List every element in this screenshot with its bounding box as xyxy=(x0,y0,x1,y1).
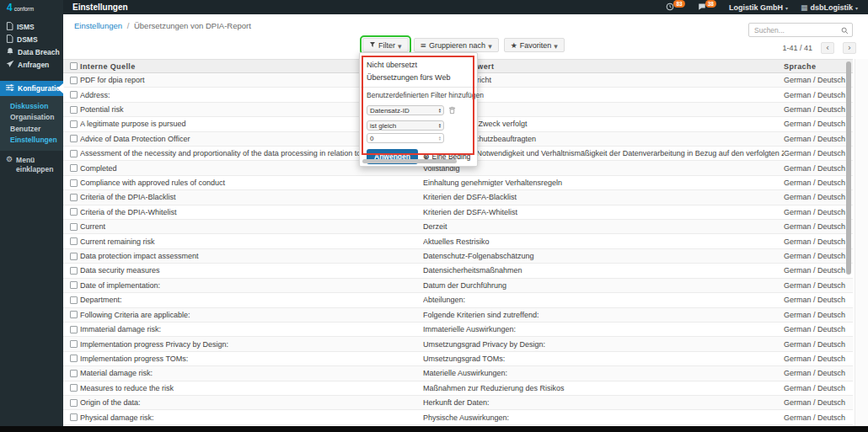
filter-button-label: Filter xyxy=(378,41,395,50)
row-checkbox[interactable] xyxy=(70,370,78,377)
vertical-scrollbar[interactable] xyxy=(846,61,851,275)
filter-dropdown: Nicht übersetzt Übersetzungen fürs Web B… xyxy=(359,52,478,167)
row-checkbox[interactable] xyxy=(70,135,78,142)
notification-badge: 83 xyxy=(673,0,684,8)
sidebar-item-dsms[interactable]: DSMS xyxy=(0,33,63,45)
logo-text: conform xyxy=(14,6,34,12)
row-checkbox[interactable] xyxy=(70,384,78,392)
building-icon: ▦ xyxy=(801,3,808,12)
row-checkbox[interactable] xyxy=(70,413,78,421)
table-row[interactable]: Date of implementation: Datum der Durchf… xyxy=(63,279,853,293)
filter-value: 0 xyxy=(370,135,373,142)
row-checkbox[interactable] xyxy=(70,179,78,187)
next-page-button[interactable]: › xyxy=(843,42,856,54)
table-row[interactable]: Data protection impact assessment Datens… xyxy=(63,249,853,264)
row-checkbox[interactable] xyxy=(70,355,78,362)
table-row[interactable]: Criteria of the DPIA-Blacklist Kriterien… xyxy=(63,190,853,205)
filter-field-value: Datensatz-ID xyxy=(370,107,410,115)
table-row[interactable]: Current remaining risk Aktuelles Restris… xyxy=(63,234,853,248)
table-row[interactable]: Measures to reduce the risk Maßnahmen zu… xyxy=(63,381,853,396)
row-checkbox[interactable] xyxy=(70,208,78,216)
row-checkbox[interactable] xyxy=(70,120,78,128)
cell-translation: Datum der Durchführung xyxy=(423,281,784,290)
custom-filter-section-title: Benutzerdefinierten Filter hinzufügen xyxy=(367,91,470,99)
cell-translation: Einhaltung genehmigter Verhaltensregeln xyxy=(423,179,784,187)
table-row[interactable]: Following Criteria are applicable: Folge… xyxy=(63,308,853,323)
company-menu[interactable]: Logistik GmbH ▾ xyxy=(729,3,788,12)
menu-item-nicht-uebersetzt[interactable]: Nicht übersetzt xyxy=(367,58,470,71)
search-input[interactable] xyxy=(753,25,841,35)
row-checkbox[interactable] xyxy=(70,77,78,84)
menu-divider xyxy=(360,87,477,88)
row-checkbox[interactable] xyxy=(70,91,78,99)
table-row[interactable]: Current Derzeit German / Deutsch xyxy=(63,220,853,234)
filter-operator-value: ist gleich xyxy=(370,122,396,130)
sidebar-item-einstellungen[interactable]: Einstellungen xyxy=(0,135,63,147)
table-row[interactable]: Implementation progress TOMs: Umsetzungs… xyxy=(63,352,853,366)
row-checkbox[interactable] xyxy=(70,164,78,172)
row-checkbox[interactable] xyxy=(70,194,78,201)
select-stepper-icon: ▴▾ xyxy=(439,108,441,113)
breadcrumb-current: Übersetzungen von DPIA-Report xyxy=(134,21,251,30)
sidebar-item-konfiguration[interactable]: Konfiguration xyxy=(0,81,63,96)
cell-translation: Herkunft der Daten: xyxy=(423,398,784,407)
table-row[interactable]: Immaterial damage risk: Immaterielle Aus… xyxy=(63,323,853,337)
table-row[interactable]: Physical damage risk: Physische Auswirku… xyxy=(63,410,853,424)
dropdown-horizontal-scrollbar[interactable] xyxy=(362,159,457,163)
row-checkbox[interactable] xyxy=(70,340,78,348)
chevron-down-icon: ▾ xyxy=(855,5,858,11)
table-row[interactable]: Department: Abteilungen: German / Deutsc… xyxy=(63,293,853,307)
table-row[interactable]: Implementation progress Privacy by Desig… xyxy=(63,337,853,351)
row-checkbox[interactable] xyxy=(70,296,78,304)
table-row[interactable]: Origin of the data: Herkunft der Daten: … xyxy=(63,396,853,410)
breadcrumb-separator: / xyxy=(127,21,130,30)
row-checkbox[interactable] xyxy=(70,311,78,318)
row-checkbox[interactable] xyxy=(70,223,78,231)
group-by-button[interactable]: ≡ Gruppieren nach ▾ xyxy=(414,38,499,52)
cell-translation: Umsetzungsgrad Privacy by Design: xyxy=(423,340,784,349)
sidebar-item-anfragen[interactable]: Anfragen xyxy=(0,58,63,71)
sidebar-item-organisation[interactable]: Organisation xyxy=(0,112,63,124)
column-header-sprache[interactable]: Sprache xyxy=(784,62,853,71)
select-all-checkbox[interactable] xyxy=(70,62,78,70)
table-row[interactable]: Material damage risk: Materielle Auswirk… xyxy=(63,366,853,381)
filter-button[interactable]: Filter ▾ xyxy=(362,38,409,52)
user-menu[interactable]: ▦ dsbLogistik ▾ xyxy=(801,3,858,12)
cell-translation: Folgende Kriterien sind zutreffend: xyxy=(423,311,784,319)
collapse-menu-button[interactable]: ⚙ Menü einklappen xyxy=(0,156,59,173)
table-row[interactable]: Data security measures Datensicherheitsm… xyxy=(63,264,853,278)
bottom-strip xyxy=(0,426,868,432)
filter-operator-select[interactable]: ist gleich ▴▾ xyxy=(367,120,444,131)
row-checkbox[interactable] xyxy=(70,237,78,245)
row-checkbox[interactable] xyxy=(70,326,78,333)
table-row[interactable]: Compliance with approved rules of conduc… xyxy=(63,176,853,190)
breadcrumb-link[interactable]: Einstellungen xyxy=(74,21,122,30)
messages-button[interactable]: 38 xyxy=(698,3,716,13)
trash-icon[interactable] xyxy=(448,103,456,118)
row-checkbox[interactable] xyxy=(70,253,78,260)
sidebar-item-isms[interactable]: ISMS xyxy=(0,20,63,33)
gear-icon: ⚙ xyxy=(6,156,13,173)
filter-field-select[interactable]: Datensatz-ID ▴▾ xyxy=(367,105,444,115)
table-row[interactable]: Criteria of the DPIA-Whitelist Kriterien… xyxy=(63,205,853,220)
app-logo[interactable]: 4 conform xyxy=(0,0,63,14)
sidebar-item-data-breach[interactable]: Data Breach xyxy=(0,45,63,58)
filter-value-input[interactable]: 0 ▴▾ xyxy=(367,133,444,143)
sidebar-item-benutzer[interactable]: Benutzer xyxy=(0,123,63,135)
pagination: 1-41 / 41 ‹ › xyxy=(782,42,856,54)
favorites-button[interactable]: ★ Favoriten ▾ xyxy=(504,38,565,52)
row-checkbox[interactable] xyxy=(70,281,78,289)
row-checkbox[interactable] xyxy=(70,267,78,275)
menu-item-uebersetzungen-fuers-web[interactable]: Übersetzungen fürs Web xyxy=(367,71,470,83)
row-checkbox[interactable] xyxy=(70,106,78,114)
cell-source: Date of implementation: xyxy=(80,281,423,290)
notifications-button[interactable]: 83 xyxy=(666,3,684,13)
cell-language: German / Deutsch xyxy=(784,91,853,99)
chevron-down-icon: ▾ xyxy=(554,42,558,51)
cell-translation: Datensicherheitsmaßnahmen xyxy=(423,266,784,275)
cell-source: Compliance with approved rules of conduc… xyxy=(80,179,423,187)
row-checkbox[interactable] xyxy=(70,399,78,407)
previous-page-button[interactable]: ‹ xyxy=(821,42,834,54)
row-checkbox[interactable] xyxy=(70,150,78,157)
sidebar-item-diskussion[interactable]: Diskussion xyxy=(0,100,63,112)
